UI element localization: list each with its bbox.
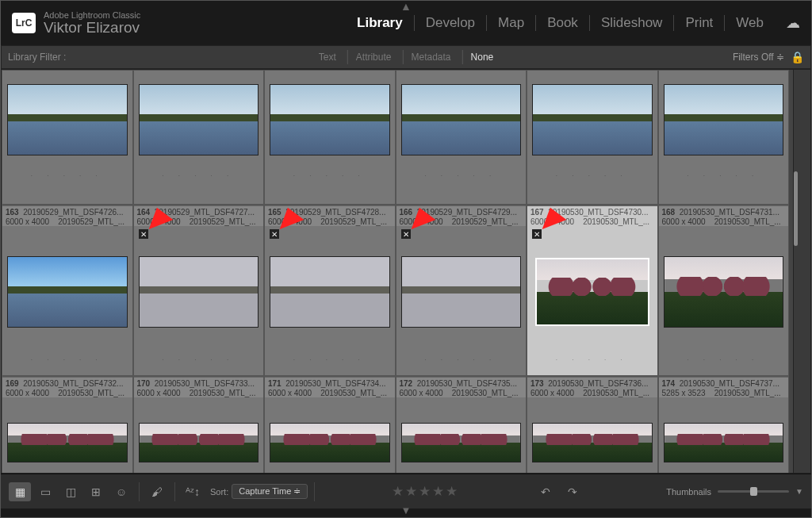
grid-cell[interactable]: 165 20190529_MTL_DSF4728... 6000 x 4000 … [264, 205, 396, 376]
star-4[interactable]: ★ [432, 483, 444, 500]
color-label-dots[interactable]: · · · · · [527, 350, 657, 369]
filename: 20190530_MTL_DSF4737... [680, 379, 779, 388]
sort-direction-button[interactable]: ᴬᶻ↕ [182, 482, 204, 501]
photo-thumbnail[interactable] [7, 256, 128, 328]
color-label-dots[interactable]: · · · · · [2, 166, 132, 185]
filter-tab-none[interactable]: None [462, 50, 502, 64]
sort-field-value: 20190530_MTL_... [583, 389, 649, 397]
grid-cell[interactable]: 173 20190530_MTL_DSF4736... 6000 x 4000 … [527, 376, 658, 473]
filter-tabs: Text Attribute Metadata None [311, 50, 501, 64]
cell-metadata: 170 20190530_MTL_DSF4733... 6000 x 4000 … [134, 377, 264, 397]
grid-cell[interactable]: · · · · · [2, 70, 133, 205]
photo-thumbnail[interactable] [7, 423, 128, 462]
color-label-dots[interactable]: · · · · · [265, 166, 395, 185]
grid-cell[interactable]: 172 20190530_MTL_DSF4735... 6000 x 4000 … [396, 376, 527, 473]
color-label-dots[interactable]: · · · · · [265, 350, 395, 369]
module-library[interactable]: Library [346, 15, 415, 31]
dimensions: 6000 x 4000 [530, 217, 574, 226]
photo-thumbnail[interactable] [401, 256, 522, 328]
color-label-dots[interactable]: · · · · · [2, 350, 132, 369]
photo-thumbnail[interactable] [7, 84, 128, 155]
filter-tab-metadata[interactable]: Metadata [402, 50, 458, 64]
index-number: 163 [6, 208, 19, 217]
filter-tab-text[interactable]: Text [311, 50, 344, 64]
star-2[interactable]: ★ [405, 483, 417, 500]
toolbar-options-button[interactable]: ▼ [795, 487, 803, 496]
grid-cell[interactable]: 168 20190530_MTL_DSF4731... 6000 x 4000 … [658, 205, 790, 376]
photo-thumbnail[interactable] [270, 84, 390, 155]
photo-thumbnail[interactable] [139, 423, 259, 462]
filename: 20190530_MTL_DSF4730... [548, 208, 648, 217]
photo-thumbnail[interactable] [139, 84, 259, 155]
module-slideshow[interactable]: Slideshow [590, 15, 675, 31]
photo-thumbnail[interactable] [535, 258, 649, 326]
grid-cell[interactable]: 174 20190530_MTL_DSF4737... 5285 x 3523 … [658, 376, 790, 473]
star-3[interactable]: ★ [419, 483, 431, 500]
photo-thumbnail[interactable] [139, 256, 259, 328]
grid-cell[interactable]: · · · · · [396, 70, 527, 205]
scrollbar-thumb[interactable] [794, 171, 798, 246]
grid-cell[interactable]: 167 20190530_MTL_DSF4730... 6000 x 4000 … [527, 205, 658, 376]
panel-collapse-top-icon[interactable]: ▲ [400, 0, 412, 13]
grid-cell[interactable]: 171 20190530_MTL_DSF4734... 6000 x 4000 … [264, 376, 396, 473]
photo-thumbnail[interactable] [401, 84, 522, 155]
survey-view-button[interactable]: ⊞ [85, 482, 107, 501]
grid-cell[interactable]: 170 20190530_MTL_DSF4733... 6000 x 4000 … [133, 376, 265, 473]
photo-thumbnail[interactable] [532, 84, 653, 155]
module-map[interactable]: Map [487, 15, 536, 31]
photo-thumbnail[interactable] [270, 423, 390, 462]
sort-field-dropdown[interactable]: Capture Time ≑ [232, 484, 308, 499]
photo-thumbnail[interactable] [664, 423, 784, 462]
vertical-scrollbar[interactable] [793, 70, 810, 473]
thumbnail-size-slider[interactable] [718, 490, 789, 493]
photo-thumbnail[interactable] [664, 84, 784, 155]
grid-cell[interactable]: · · · · · [527, 70, 658, 205]
cell-metadata: 164 20190529_MTL_DSF4727... 6000 x 4000 … [134, 205, 264, 226]
star-1[interactable]: ★ [392, 483, 404, 500]
loupe-view-button[interactable]: ▭ [34, 482, 56, 501]
photo-thumbnail[interactable] [401, 423, 522, 462]
painter-tool-button[interactable]: 🖌 [146, 482, 168, 501]
grid-cell[interactable]: · · · · · [658, 70, 790, 205]
color-label-dots[interactable]: · · · · · [659, 350, 789, 369]
cell-metadata: 165 20190529_MTL_DSF4728... 6000 x 4000 … [265, 205, 395, 226]
grid-cell[interactable]: 164 20190529_MTL_DSF4727... 6000 x 4000 … [133, 205, 265, 376]
toolbar: ▦ ▭ ◫ ⊞ ☺ 🖌 ᴬᶻ↕ Sort: Capture Time ≑ ★ ★… [1, 474, 811, 508]
index-number: 166 [400, 208, 413, 217]
module-print[interactable]: Print [674, 15, 725, 31]
star-5[interactable]: ★ [446, 483, 458, 500]
grid-cell[interactable]: · · · · · [264, 70, 396, 205]
grid-view-button[interactable]: ▦ [9, 482, 31, 501]
filters-preset-dropdown[interactable]: Filters Off ≑ [733, 52, 784, 63]
grid-cell[interactable]: 163 20190529_MTL_DSF4726... 6000 x 4000 … [2, 205, 133, 376]
photo-thumbnail[interactable] [532, 423, 653, 462]
grid-cell[interactable]: 166 20190529_MTL_DSF4729... 6000 x 4000 … [396, 205, 527, 376]
color-label-dots[interactable]: · · · · · [527, 166, 657, 185]
cell-metadata: 169 20190530_MTL_DSF4732... 6000 x 4000 … [2, 377, 132, 397]
module-web[interactable]: Web [725, 15, 775, 31]
color-label-dots[interactable]: · · · · · [134, 166, 264, 185]
rotate-ccw-button[interactable]: ↶ [534, 482, 557, 501]
photo-thumbnail[interactable] [270, 256, 390, 328]
people-view-button[interactable]: ☺ [110, 482, 132, 501]
grid-view: · · · · · · · · · · · · · · · · · · · · … [1, 69, 811, 474]
rotate-cw-button[interactable]: ↷ [561, 482, 584, 501]
panel-collapse-bottom-icon[interactable]: ▼ [1, 508, 811, 516]
module-book[interactable]: Book [536, 15, 590, 31]
module-develop[interactable]: Develop [415, 15, 487, 31]
cell-metadata: 174 20190530_MTL_DSF4737... 5285 x 3523 … [659, 377, 789, 397]
slider-handle[interactable] [750, 487, 757, 496]
photo-thumbnail[interactable] [664, 256, 784, 328]
filter-tab-attribute[interactable]: Attribute [347, 50, 400, 64]
sort-field-value: 20190529_MTL_... [452, 217, 519, 226]
cloud-sync-icon[interactable]: ☁ [786, 14, 800, 32]
color-label-dots[interactable]: · · · · · [659, 166, 789, 185]
grid-cell[interactable]: 169 20190530_MTL_DSF4732... 6000 x 4000 … [2, 376, 133, 473]
compare-view-button[interactable]: ◫ [59, 482, 82, 501]
sort-field-value: 20190530_MTL_... [714, 217, 781, 226]
filter-lock-icon[interactable]: 🔒 [791, 51, 804, 63]
color-label-dots[interactable]: · · · · · [134, 350, 264, 369]
color-label-dots[interactable]: · · · · · [396, 350, 527, 369]
grid-cell[interactable]: · · · · · [133, 70, 265, 205]
color-label-dots[interactable]: · · · · · [396, 166, 527, 185]
